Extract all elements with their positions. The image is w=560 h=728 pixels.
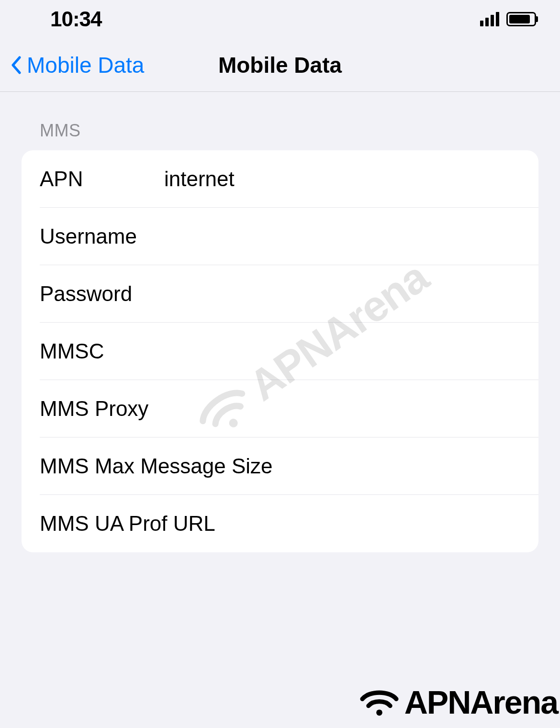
row-mms-proxy[interactable]: MMS Proxy [22,380,538,437]
row-username[interactable]: Username [22,208,538,265]
settings-card: APN Username Password MMSC MMS P [22,150,538,552]
row-apn[interactable]: APN [22,150,538,208]
nav-title: Mobile Data [218,52,342,78]
row-mmsc[interactable]: MMSC [22,323,538,380]
battery-icon [506,12,536,26]
section-header-mms: MMS [22,121,538,141]
status-icons [480,12,536,26]
nav-bar: Mobile Data Mobile Data [0,38,560,92]
chevron-back-icon [11,56,21,74]
apn-input[interactable] [164,167,520,191]
username-input[interactable] [164,224,520,248]
cellular-signal-icon [480,12,499,26]
row-label: APN [40,167,164,191]
row-mms-max-message-size[interactable]: MMS Max Message Size [22,437,538,495]
mms-max-message-size-input[interactable] [273,454,536,478]
row-mms-ua-prof-url[interactable]: MMS UA Prof URL [22,495,538,552]
status-time: 10:34 [50,7,102,31]
row-password[interactable]: Password [22,265,538,323]
mmsc-input[interactable] [164,339,520,363]
watermark-text: APNArena [404,683,558,721]
wifi-icon [359,687,400,718]
status-bar: 10:34 [0,0,560,38]
svg-point-1 [376,709,382,716]
password-input[interactable] [164,282,520,306]
row-label: Username [40,224,164,248]
back-button[interactable]: Mobile Data [0,52,144,78]
row-label: MMS Max Message Size [40,454,273,478]
row-label: MMS Proxy [40,397,164,421]
row-label: MMSC [40,339,164,363]
mms-ua-prof-url-input[interactable] [215,512,520,536]
row-label: MMS UA Prof URL [40,512,215,536]
content-area: MMS APN Username Password MMSC [0,92,560,552]
back-label: Mobile Data [27,52,144,78]
mms-proxy-input[interactable] [164,397,520,421]
row-label: Password [40,282,164,306]
watermark-bottom: APNArena [359,683,558,721]
